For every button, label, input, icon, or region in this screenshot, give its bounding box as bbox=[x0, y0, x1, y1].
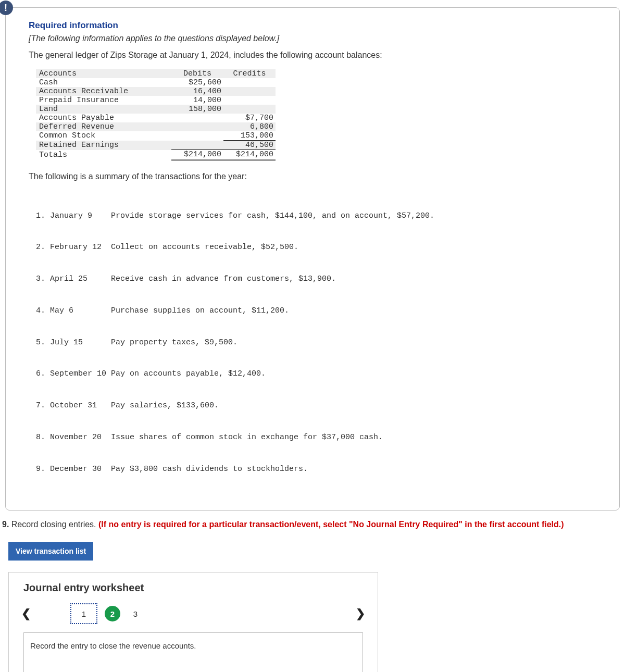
transaction-line: 5. July 15 Pay property taxes, $9,500. bbox=[36, 338, 596, 348]
worksheet-title: Journal entry worksheet bbox=[23, 582, 378, 594]
pager-step-2-label: 2 bbox=[110, 609, 115, 618]
question-text: Record closing entries. bbox=[9, 520, 98, 529]
ledger-debit: 158,000 bbox=[171, 105, 223, 114]
ledger-debit bbox=[171, 131, 223, 141]
ledger-debit bbox=[171, 141, 223, 150]
transaction-line: 6. September 10 Pay on accounts payable,… bbox=[36, 369, 596, 379]
ledger-account: Accounts Receivable bbox=[36, 87, 171, 96]
pager-step-3-label: 3 bbox=[133, 609, 138, 618]
pager-step-2[interactable]: 2 bbox=[105, 606, 120, 621]
ledger-debit: $25,600 bbox=[171, 78, 223, 87]
information-applies-note: [The following information applies to th… bbox=[29, 34, 596, 43]
transactions-intro: The following is a summary of the transa… bbox=[29, 172, 596, 181]
ledger-totals-debit: $214,000 bbox=[171, 150, 223, 160]
journal-entry-worksheet: Journal entry worksheet ❮ 1 2 3 ❯ Record… bbox=[8, 572, 378, 672]
ledger-totals-credit: $214,000 bbox=[223, 150, 276, 160]
ledger-debit: 14,000 bbox=[171, 96, 223, 105]
ledger-account: Prepaid Insurance bbox=[36, 96, 171, 105]
ledger-credit bbox=[223, 87, 276, 96]
transaction-summary-list: 1. January 9 Provide storage services fo… bbox=[36, 190, 596, 495]
ledger-credit: 6,800 bbox=[223, 122, 276, 131]
ledger-debit bbox=[171, 114, 223, 122]
ledger-head-debits: Debits bbox=[171, 69, 223, 78]
transaction-line: 4. May 6 Purchase supplies on account, $… bbox=[36, 306, 596, 316]
ledger-balances-table: Accounts Debits Credits Cash$25,600 Acco… bbox=[36, 69, 276, 160]
ledger-debit: 16,400 bbox=[171, 87, 223, 96]
ledger-account: Land bbox=[36, 105, 171, 114]
view-transaction-list-button[interactable]: View transaction list bbox=[8, 542, 93, 561]
question-red-instruction: (If no entry is required for a particula… bbox=[98, 520, 564, 529]
transaction-line: 8. November 20 Issue shares of common st… bbox=[36, 432, 596, 443]
pager-step-3[interactable]: 3 bbox=[128, 603, 143, 624]
worksheet-pager: ❮ 1 2 3 ❯ bbox=[9, 600, 378, 629]
lead-sentence: The general ledger of Zips Storage at Ja… bbox=[29, 51, 596, 60]
pager-step-1-label: 1 bbox=[82, 609, 86, 618]
ledger-account: Retained Earnings bbox=[36, 141, 171, 150]
ledger-head-credits: Credits bbox=[223, 69, 276, 78]
ledger-credit bbox=[223, 105, 276, 114]
ledger-account: Accounts Payable bbox=[36, 114, 171, 122]
question-number: 9. bbox=[2, 520, 9, 529]
required-information-title: Required information bbox=[29, 20, 596, 31]
ledger-credit: 153,000 bbox=[223, 131, 276, 141]
transaction-line: 2. February 12 Collect on accounts recei… bbox=[36, 242, 596, 253]
transaction-line: 9. December 30 Pay $3,800 cash dividends… bbox=[36, 464, 596, 475]
entry-instruction-text: Record the entry to close the revenue ac… bbox=[30, 641, 196, 650]
ledger-credit bbox=[223, 78, 276, 87]
ledger-head-accounts: Accounts bbox=[36, 69, 171, 78]
chevron-right-icon[interactable]: ❯ bbox=[352, 605, 369, 623]
ledger-account: Cash bbox=[36, 78, 171, 87]
entry-instruction-box: Record the entry to close the revenue ac… bbox=[23, 632, 363, 672]
transaction-line: 1. January 9 Provide storage services fo… bbox=[36, 211, 596, 221]
ledger-account: Common Stock bbox=[36, 131, 171, 141]
ledger-credit bbox=[223, 96, 276, 105]
alert-icon: ! bbox=[0, 1, 13, 15]
required-information-panel: ! Required information [The following in… bbox=[5, 7, 620, 511]
transaction-line: 3. April 25 Receive cash in advance from… bbox=[36, 274, 596, 284]
pager-step-1[interactable]: 1 bbox=[70, 603, 97, 624]
chevron-left-icon[interactable]: ❮ bbox=[17, 605, 35, 623]
transaction-line: 7. October 31 Pay salaries, $133,600. bbox=[36, 401, 596, 411]
ledger-totals-label: Totals bbox=[36, 150, 171, 160]
question-9-prompt: 9. Record closing entries. (If no entry … bbox=[2, 520, 623, 529]
ledger-account: Deferred Revenue bbox=[36, 122, 171, 131]
ledger-credit: 46,500 bbox=[223, 141, 276, 150]
ledger-debit bbox=[171, 122, 223, 131]
ledger-credit: $7,700 bbox=[223, 114, 276, 122]
